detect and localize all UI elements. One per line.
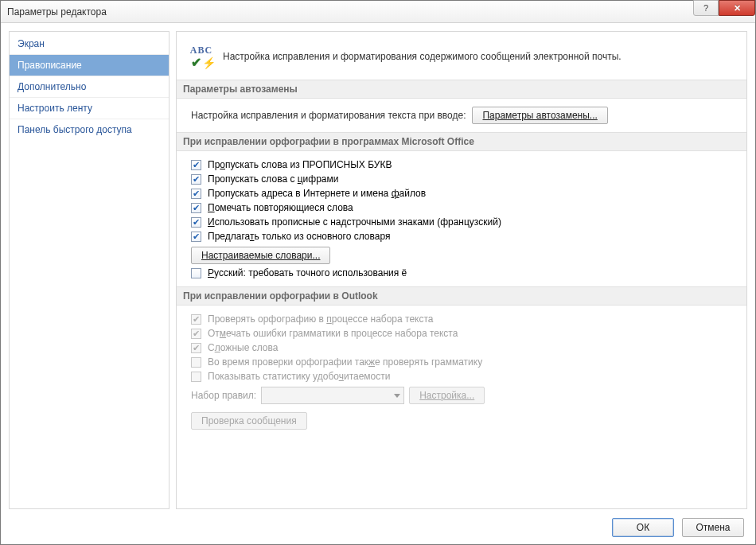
chk-label: Проверять орфографию в процессе набора т… [208,313,434,325]
chk-label: Использовать прописные с надстрочными зн… [208,216,501,228]
dialog-footer: ОК Отмена [1,509,755,544]
chk-repeated[interactable]: Помечать повторяющиеся слова [191,202,735,213]
ok-button[interactable]: ОК [612,518,674,537]
checkbox-icon[interactable] [191,232,201,242]
chk-french-caps[interactable]: Использовать прописные с надстрочными зн… [191,216,735,228]
sidebar: Экран Правописание Дополнительно Настрои… [9,31,170,509]
chk-label: Пропускать слова с цифрами [208,173,339,185]
chk-label: Показывать статистику удобочитаемости [208,371,390,382]
chk-russian-yo[interactable]: Русский: требовать точного использования… [191,267,735,278]
body-area: Экран Правописание Дополнительно Настрои… [1,23,755,509]
chk-internet[interactable]: Пропускать адреса в Интернете и имена фа… [191,188,735,199]
sidebar-item-spelling[interactable]: Правописание [10,55,169,76]
ruleset-label: Набор правил: [191,390,256,401]
sidebar-item-customize-ribbon[interactable]: Настроить ленту [10,98,169,119]
checkbox-icon [191,372,201,382]
ruleset-select [261,387,404,404]
sidebar-item-screen[interactable]: Экран [10,33,169,55]
chk-check-typing: Проверять орфографию в процессе набора т… [191,313,735,325]
chk-label: Предлагать только из основного словаря [208,231,391,242]
checkbox-icon[interactable] [191,174,201,185]
chk-grammar-with-spell: Во время проверки орфографии также прове… [191,356,735,368]
ruleset-row: Набор правил: Настройка... [191,387,735,404]
intro-text: Настройка исправления и форматирования с… [223,51,622,62]
chk-label: Помечать повторяющиеся слова [208,202,353,213]
recheck-message-button: Проверка сообщения [191,412,307,430]
chk-label: Отмечать ошибки грамматики в процессе на… [208,328,458,339]
close-button[interactable]: ✕ [719,0,755,16]
checkbox-icon[interactable] [191,189,201,199]
content-pane: ABC ✔⚡ Настройка исправления и форматиро… [176,31,747,509]
chk-grammar-typing: Отмечать ошибки грамматики в процессе на… [191,328,735,339]
chk-label: Пропускать слова из ПРОПИСНЫХ БУКВ [208,159,392,170]
chk-uppercase[interactable]: Пропускать слова из ПРОПИСНЫХ БУКВ [191,159,735,170]
section-office-spell-header: При исправлении орфографии в программах … [177,132,746,151]
checkbox-icon[interactable] [191,217,201,228]
section-autocorrect-header: Параметры автозамены [177,80,746,99]
chk-label: Сложные слова [208,342,278,353]
titlebar: Параметры редактора ? ✕ [1,1,755,23]
editor-options-window: Параметры редактора ? ✕ Экран Правописан… [0,0,756,545]
checkbox-icon [191,329,201,339]
sidebar-item-advanced[interactable]: Дополнительно [10,76,169,98]
chk-label: Русский: требовать точного использования… [208,267,407,278]
checkbox-icon[interactable] [191,160,201,170]
spellcheck-icon: ABC ✔⚡ [188,45,215,68]
checkbox-icon[interactable] [191,203,201,213]
checkbox-icon [191,314,201,325]
sidebar-item-quick-access[interactable]: Панель быстрого доступа [10,119,169,140]
intro-row: ABC ✔⚡ Настройка исправления и форматиро… [188,45,735,68]
chevron-down-icon [394,394,400,398]
section-outlook-spell-header: При исправлении орфографии в Outlook [177,286,746,306]
window-buttons: ? ✕ [693,1,755,22]
chk-numbers[interactable]: Пропускать слова с цифрами [191,173,735,185]
help-button[interactable]: ? [693,0,719,16]
chk-label: Пропускать адреса в Интернете и имена фа… [208,188,426,199]
chk-complex-words: Сложные слова [191,342,735,353]
checkbox-icon [191,343,201,353]
window-title: Параметры редактора [7,6,693,18]
checkbox-icon [191,357,201,368]
autocorrect-options-button[interactable]: Параметры автозамены... [472,107,607,124]
chk-readability: Показывать статистику удобочитаемости [191,371,735,382]
chk-label: Во время проверки орфографии также прове… [208,356,482,368]
cancel-button[interactable]: Отмена [682,518,744,537]
custom-dictionaries-button[interactable]: Настраиваемые словари... [191,247,330,264]
chk-main-dict[interactable]: Предлагать только из основного словаря [191,231,735,242]
autocorrect-row: Настройка исправления и форматирования т… [191,107,735,124]
checkbox-icon[interactable] [191,268,201,278]
ruleset-settings-button: Настройка... [409,387,485,404]
autocorrect-label: Настройка исправления и форматирования т… [191,110,466,121]
